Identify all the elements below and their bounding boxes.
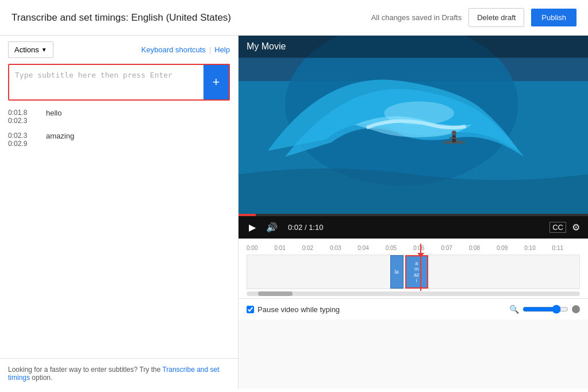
bottom-controls: Pause video while typing 🔍 (239, 299, 588, 320)
subtitle-start-2: 0:02.3 (8, 132, 37, 140)
subtitle-times-2: 0:02.3 0:02.9 (8, 132, 37, 148)
video-wave-svg (239, 36, 588, 214)
ruler-mark-8: 0:08 (469, 245, 497, 251)
ruler-mark-2: 0:02 (302, 245, 330, 251)
needle-head (417, 253, 424, 258)
video-frame: My Movie (239, 36, 588, 214)
cc-button[interactable]: CC (549, 222, 566, 233)
subtitle-text-2: amazing (46, 132, 74, 140)
actions-button[interactable]: Actions ▼ (8, 41, 53, 58)
ruler-mark-4: 0:04 (358, 245, 385, 251)
ruler-mark-7: 0:07 (441, 245, 468, 251)
main-content: Actions ▼ Keyboard shortcuts | Help + 0:… (0, 36, 588, 389)
publish-button[interactable]: Publish (531, 9, 577, 26)
subtitle-times-1: 0:01.8 0:02.3 (8, 109, 37, 125)
timeline-clip-2[interactable]: amazi (405, 255, 428, 289)
timeline-track[interactable]: la amazi (247, 255, 580, 289)
progress-fill (239, 214, 256, 216)
settings-button[interactable]: ⚙ (572, 222, 580, 233)
clip-label-2: amazi (414, 260, 420, 283)
subtitle-input[interactable] (9, 65, 203, 99)
subtitle-item-1: 0:01.8 0:02.3 hello (0, 105, 238, 128)
right-panel: My Movie ▶ 🔊 0:02 / 1:10 CC ⚙ 0:00 0:01 (239, 36, 588, 389)
subtitle-input-wrapper: + (8, 64, 230, 101)
subtitle-item-2: 0:02.3 0:02.9 amazing (0, 128, 238, 151)
actions-label: Actions (14, 45, 39, 54)
svg-point-3 (384, 101, 454, 125)
page-title: Transcribe and set timings: English (Uni… (11, 12, 231, 24)
ruler-mark-1: 0:01 (274, 245, 302, 251)
ruler-mark-0: 0:00 (247, 245, 274, 251)
left-toolbar: Actions ▼ Keyboard shortcuts | Help (0, 36, 238, 64)
page-header: Transcribe and set timings: English (Uni… (0, 0, 588, 36)
keyboard-shortcuts-area: Keyboard shortcuts | Help (141, 45, 230, 54)
subtitle-end-1: 0:02.3 (8, 117, 37, 125)
progress-bar[interactable] (239, 214, 588, 216)
keyboard-shortcuts-link[interactable]: Keyboard shortcuts (141, 45, 206, 54)
help-link[interactable]: Help (214, 45, 230, 54)
ruler-mark-3: 0:03 (330, 245, 358, 251)
footer-text-after: option. (30, 374, 52, 382)
video-container: My Movie ▶ 🔊 0:02 / 1:10 CC ⚙ (239, 36, 588, 239)
delete-draft-button[interactable]: Delete draft (468, 8, 524, 27)
video-title: My Movie (247, 41, 286, 52)
subtitle-list: 0:01.8 0:02.3 hello 0:02.3 0:02.9 amazin… (0, 101, 238, 358)
left-footer: Looking for a faster way to enter subtit… (0, 358, 238, 389)
ruler-mark-9: 0:09 (497, 245, 524, 251)
ruler-mark-10: 0:10 (524, 245, 552, 251)
pause-checkbox-area: Pause video while typing (247, 305, 340, 314)
zoom-icon: 🔍 (509, 305, 519, 314)
add-subtitle-button[interactable]: + (203, 65, 229, 99)
zoom-slider[interactable] (522, 305, 568, 314)
saved-status: All changes saved in Drafts (371, 13, 462, 22)
subtitle-end-2: 0:02.9 (8, 140, 37, 148)
pause-checkbox[interactable] (247, 306, 254, 313)
ruler-mark-11: 0:11 (552, 245, 580, 251)
svg-rect-8 (239, 36, 588, 57)
volume-button[interactable]: 🔊 (264, 221, 280, 234)
footer-text-before: Looking for a faster way to enter subtit… (8, 366, 163, 374)
clip-label-1: la (395, 269, 399, 275)
header-actions: All changes saved in Drafts Delete draft… (371, 8, 577, 27)
timeline-area: 0:00 0:01 0:02 0:03 0:04 0:05 0:06 0:07 … (239, 239, 588, 299)
subtitle-text-1: hello (46, 109, 62, 117)
timeline-ruler: 0:00 0:01 0:02 0:03 0:04 0:05 0:06 0:07 … (239, 243, 588, 252)
left-panel: Actions ▼ Keyboard shortcuts | Help + 0:… (0, 36, 239, 389)
ruler-mark-6: 0:06 (413, 245, 441, 251)
pause-label: Pause video while typing (258, 305, 340, 314)
timeline-scrollbar[interactable] (247, 291, 580, 296)
play-button[interactable]: ▶ (247, 221, 258, 234)
svg-point-6 (452, 130, 456, 135)
timeline-needle (420, 244, 421, 291)
ruler-mark-5: 0:05 (386, 245, 413, 251)
scrollbar-thumb (258, 291, 293, 296)
zoom-circle-icon (572, 305, 580, 313)
subtitle-start-1: 0:01.8 (8, 109, 37, 117)
timeline-clip-1[interactable]: la (390, 255, 403, 289)
time-display: 0:02 / 1:10 (288, 223, 323, 232)
zoom-controls: 🔍 (509, 305, 580, 314)
chevron-down-icon: ▼ (41, 47, 47, 53)
video-controls: ▶ 🔊 0:02 / 1:10 CC ⚙ (239, 216, 588, 239)
separator: | (209, 45, 211, 54)
